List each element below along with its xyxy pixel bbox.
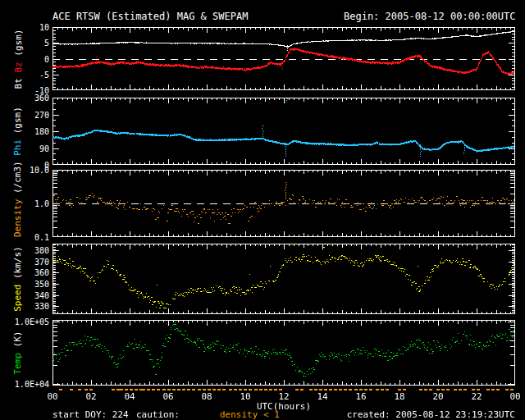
footer-start-doy: start DOY: 224 bbox=[52, 410, 129, 419]
plot-title: ACE RTSW (Estimated) MAG & SWEPAM bbox=[52, 11, 248, 21]
ylabel-part: Phi bbox=[12, 139, 23, 156]
ylabel-speed: Speed (km/s) bbox=[13, 244, 23, 314]
footer-caution-value: density < 1 bbox=[220, 410, 280, 419]
xtick-5: 10 bbox=[235, 392, 256, 401]
xtick-10: 20 bbox=[427, 392, 449, 401]
ylabel-part: Density bbox=[12, 199, 23, 237]
panel-density-canvas bbox=[52, 170, 515, 237]
xtick-12: 00 bbox=[504, 392, 525, 401]
ylabel-mag-bt-bz: Bt Bz (gsm) bbox=[13, 27, 23, 90]
ylabel-part: (km/s) bbox=[12, 246, 23, 284]
footer-created: created: 2005-08-12 23:19:23UTC bbox=[347, 410, 515, 419]
ylabel-phi: Phi (gsm) bbox=[13, 98, 23, 165]
ylabel-temp: Temp (K) bbox=[13, 320, 23, 386]
footer-caution-label: caution: bbox=[136, 410, 180, 419]
ylabel-density: Density (/cm3) bbox=[13, 170, 23, 237]
ylabel-part: Bt bbox=[12, 72, 23, 89]
ylabel-part: (K) bbox=[12, 331, 23, 354]
xtick-3: 06 bbox=[158, 392, 179, 401]
xtick-0: 00 bbox=[42, 392, 63, 401]
panel-speed-canvas bbox=[52, 244, 515, 314]
begin-timestamp: Begin: 2005-08-12 00:00:00UTC bbox=[344, 11, 516, 21]
ylabel-part: Bz bbox=[12, 62, 23, 72]
xtick-7: 14 bbox=[312, 392, 333, 401]
panel-phi-canvas bbox=[52, 98, 515, 165]
panel-temp-canvas bbox=[52, 320, 515, 386]
ylabel-part: Speed bbox=[12, 285, 23, 312]
xtick-8: 16 bbox=[350, 392, 372, 401]
xtick-2: 04 bbox=[119, 392, 140, 401]
xtick-6: 12 bbox=[273, 392, 294, 401]
xtick-1: 02 bbox=[80, 392, 102, 401]
ace-rtsw-plot: ACE RTSW (Estimated) MAG & SWEPAM Begin:… bbox=[0, 0, 525, 420]
xtick-4: 08 bbox=[196, 392, 217, 401]
ylabel-part: Temp bbox=[12, 353, 23, 375]
ylabel-part: (gsm) bbox=[12, 29, 23, 62]
xtick-9: 18 bbox=[389, 392, 410, 401]
xtick-11: 22 bbox=[466, 392, 487, 401]
ylabel-part: (gsm) bbox=[12, 107, 23, 139]
panel-mag-bt-bz-canvas bbox=[52, 27, 515, 90]
ylabel-part: (/cm3) bbox=[12, 161, 23, 199]
